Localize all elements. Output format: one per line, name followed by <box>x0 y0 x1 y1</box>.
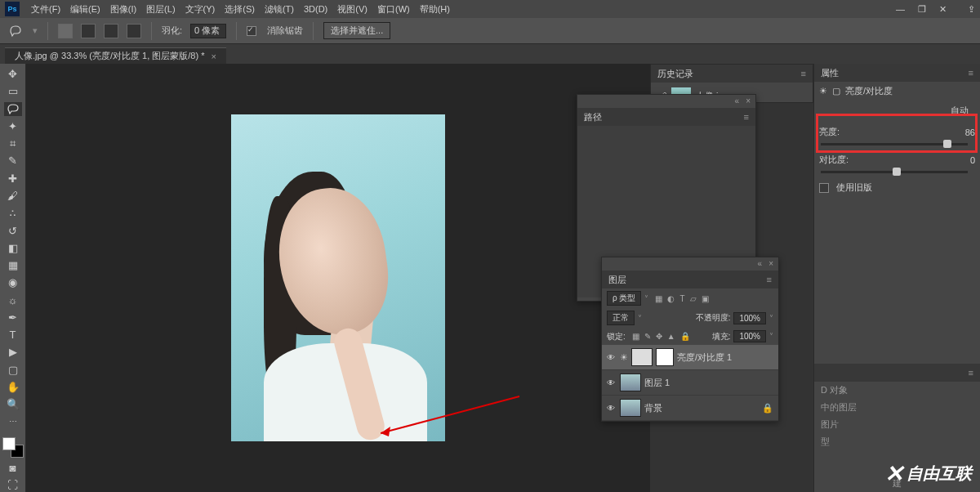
menu-select[interactable]: 选择(S) <box>220 3 260 16</box>
layer-name[interactable]: 亮度/对比度 1 <box>677 351 732 364</box>
properties-panel-title[interactable]: 属性 <box>821 67 839 79</box>
gradient-tool[interactable]: ▦ <box>4 258 22 272</box>
move-tool[interactable]: ✥ <box>4 67 22 81</box>
layer-thumbnail[interactable] <box>631 348 653 366</box>
panel-collapse-icon[interactable]: « <box>758 259 763 269</box>
panel-close-icon[interactable]: × <box>768 259 773 269</box>
panel-collapse-icon[interactable]: « <box>735 96 740 106</box>
dodge-tool[interactable]: ☼ <box>4 293 22 306</box>
svg-marker-1 <box>381 427 390 436</box>
layer-row[interactable]: ☀ 亮度/对比度 1 <box>602 345 778 370</box>
feather-input[interactable] <box>190 24 226 38</box>
menu-file[interactable]: 文件(F) <box>26 3 65 16</box>
layer-thumbnail[interactable] <box>620 399 641 417</box>
lock-art-icon[interactable]: ▲ <box>667 332 675 341</box>
lock-pixels-icon[interactable]: ▦ <box>632 332 639 341</box>
layer-thumbnail[interactable] <box>620 373 641 391</box>
contrast-slider[interactable] <box>821 171 968 173</box>
antialias-checkbox[interactable] <box>247 26 256 36</box>
three-d-row[interactable]: 中的图层 <box>814 399 980 416</box>
blend-mode-dropdown[interactable]: 正常 <box>607 311 635 325</box>
fg-bg-color[interactable] <box>2 437 24 458</box>
lock-position-icon[interactable]: ✥ <box>656 332 662 341</box>
fg-color-swatch[interactable] <box>2 437 16 450</box>
layer-name[interactable]: 图层 1 <box>644 377 670 389</box>
selection-new-icon[interactable] <box>58 24 73 38</box>
history-panel-title[interactable]: 历史记录 <box>657 68 693 80</box>
menu-window[interactable]: 窗口(W) <box>372 3 415 16</box>
menu-help[interactable]: 帮助(H) <box>415 3 455 16</box>
panel-menu-icon[interactable]: ≡ <box>969 368 973 378</box>
hand-tool[interactable]: ✋ <box>4 380 22 394</box>
path-selection-tool[interactable]: ▶ <box>4 345 22 359</box>
eraser-tool[interactable]: ◧ <box>4 241 22 255</box>
layer-kind-dropdown[interactable]: ρ 类型 <box>607 291 641 306</box>
lock-brush-icon[interactable]: ✎ <box>644 332 651 341</box>
magic-wand-tool[interactable]: ✦ <box>4 119 22 133</box>
tab-close-icon[interactable]: × <box>211 51 216 61</box>
selection-intersect-icon[interactable] <box>127 24 141 38</box>
mask-thumbnail[interactable] <box>656 348 674 366</box>
layers-panel-title[interactable]: 图层 <box>608 274 626 286</box>
panel-menu-icon[interactable]: ≡ <box>767 275 772 284</box>
panel-menu-icon[interactable]: ≡ <box>969 68 973 78</box>
eyedropper-tool[interactable]: ✎ <box>4 154 22 168</box>
filter-adjust-icon[interactable]: ◐ <box>667 294 675 303</box>
selection-subtract-icon[interactable] <box>104 24 118 38</box>
panel-menu-icon[interactable]: ≡ <box>744 112 749 122</box>
screenmode-toggle[interactable]: ⛶ <box>4 478 22 492</box>
layer-row[interactable]: 背景 🔒 <box>602 396 778 421</box>
share-icon[interactable]: ⇪ <box>968 4 975 15</box>
minimize-icon[interactable]: — <box>896 4 905 15</box>
menu-image[interactable]: 图像(I) <box>105 3 141 16</box>
legacy-checkbox[interactable] <box>819 183 829 193</box>
visibility-icon[interactable] <box>607 352 617 362</box>
brightness-slider[interactable] <box>821 143 968 145</box>
marquee-tool[interactable]: ▭ <box>4 84 22 98</box>
rectangle-tool[interactable]: ▢ <box>4 363 22 377</box>
menu-type[interactable]: 文字(Y) <box>180 3 220 16</box>
three-d-row[interactable]: 图片 <box>814 416 980 433</box>
healing-brush-tool[interactable]: ✚ <box>4 172 22 186</box>
lock-icon[interactable]: 🔒 <box>762 403 773 414</box>
canvas[interactable] <box>26 64 650 492</box>
visibility-icon[interactable] <box>607 403 617 413</box>
opacity-value[interactable]: 100% <box>733 312 766 324</box>
lock-all-icon[interactable]: 🔒 <box>680 332 690 341</box>
maximize-icon[interactable]: ❐ <box>918 4 926 15</box>
type-tool[interactable]: T <box>4 328 22 342</box>
layer-row[interactable]: 图层 1 <box>602 370 778 396</box>
three-d-row[interactable]: 型 <box>814 433 980 450</box>
lasso-tool-icon[interactable] <box>7 22 24 40</box>
fill-value[interactable]: 100% <box>733 330 766 342</box>
contrast-value[interactable]: 0 <box>970 155 975 165</box>
paths-panel-title[interactable]: 路径 <box>584 111 602 123</box>
clone-stamp-tool[interactable]: ⛬ <box>4 206 22 220</box>
toolbox-more[interactable]: ⋯ <box>4 414 22 428</box>
selection-add-icon[interactable] <box>81 24 96 38</box>
close-icon[interactable]: ✕ <box>939 4 947 15</box>
menu-filter[interactable]: 滤镜(T) <box>260 3 299 16</box>
layer-name[interactable]: 背景 <box>644 402 662 414</box>
filter-type-icon[interactable]: T <box>679 294 684 303</box>
visibility-icon[interactable] <box>607 378 617 387</box>
quickmask-toggle[interactable]: ◙ <box>4 461 22 475</box>
menu-3d[interactable]: 3D(D) <box>299 4 332 14</box>
panel-menu-icon[interactable]: ≡ <box>801 69 806 78</box>
lasso-tool[interactable] <box>4 102 22 116</box>
history-brush-tool[interactable]: ↺ <box>4 223 22 237</box>
menu-view[interactable]: 视图(V) <box>332 3 372 16</box>
filter-shape-icon[interactable]: ▱ <box>690 294 697 303</box>
brush-tool[interactable]: 🖌 <box>4 189 22 203</box>
select-and-mask-button[interactable]: 选择并遮住... <box>323 22 390 39</box>
menu-layer[interactable]: 图层(L) <box>141 3 180 16</box>
menu-edit[interactable]: 编辑(E) <box>65 3 105 16</box>
panel-close-icon[interactable]: × <box>746 96 751 106</box>
crop-tool[interactable]: ⌗ <box>4 136 22 150</box>
blur-tool[interactable]: ◉ <box>4 275 22 289</box>
pen-tool[interactable]: ✒ <box>4 311 22 324</box>
document-tab[interactable]: 人像.jpg @ 33.3% (亮度/对比度 1, 图层蒙版/8) * × <box>5 47 226 64</box>
zoom-tool[interactable]: 🔍 <box>4 397 22 411</box>
filter-pixel-icon[interactable]: ▦ <box>655 294 662 303</box>
filter-smart-icon[interactable]: ▣ <box>702 294 709 303</box>
